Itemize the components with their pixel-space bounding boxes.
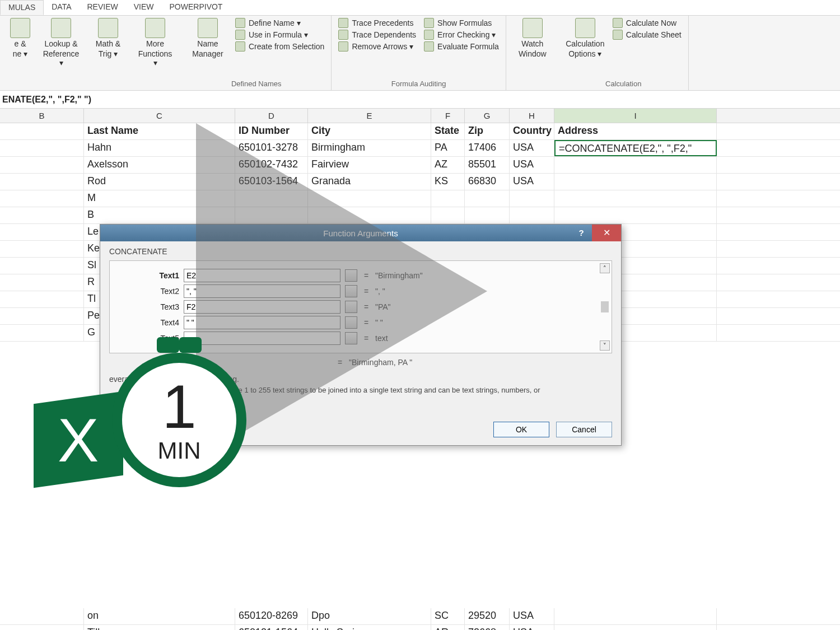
col-E[interactable]: E	[308, 109, 431, 123]
cell[interactable]: 66830	[465, 174, 510, 190]
tab-powerpivot[interactable]: POWERPIVOT	[162, 0, 231, 15]
cell[interactable]: Fairview	[308, 157, 431, 173]
arg-input-text5[interactable]	[184, 332, 340, 345]
cell[interactable]: Rod	[84, 174, 235, 190]
scroll-down-icon[interactable]: ˅	[600, 340, 610, 351]
show-formulas-button[interactable]: Show Formulas	[424, 18, 499, 28]
cell[interactable]: 29520	[465, 608, 510, 624]
cell[interactable]: Country	[510, 123, 554, 139]
cell[interactable]	[0, 625, 84, 630]
cell[interactable]	[0, 140, 84, 156]
cell[interactable]: Holly Springs	[308, 625, 431, 630]
cell[interactable]: ID Number	[235, 123, 308, 139]
cell[interactable]: AZ	[431, 157, 465, 173]
cell[interactable]: Tillman	[84, 625, 235, 630]
range-picker-icon[interactable]	[345, 332, 357, 344]
cell[interactable]	[0, 608, 84, 624]
cell[interactable]	[465, 190, 510, 207]
cell[interactable]	[431, 190, 465, 207]
cell[interactable]: Dpo	[308, 608, 431, 624]
cell[interactable]	[0, 241, 84, 257]
tab-view[interactable]: VIEW	[126, 0, 162, 15]
cell[interactable]: 650102-7432	[235, 157, 308, 173]
define-name-button[interactable]: Define Name ▾	[235, 18, 324, 28]
cell[interactable]	[554, 625, 717, 630]
error-checking-button[interactable]: Error Checking ▾	[424, 30, 499, 40]
cell[interactable]: USA	[510, 174, 554, 190]
arg-input-text2[interactable]	[184, 284, 340, 298]
cell[interactable]: 650103-1564	[235, 174, 308, 190]
cell[interactable]: B	[84, 207, 235, 223]
more-functions-button[interactable]: MoreFunctions ▾	[136, 18, 175, 67]
cell[interactable]	[465, 207, 510, 223]
cell[interactable]	[308, 207, 431, 223]
arg-input-text1[interactable]	[184, 269, 340, 282]
cell[interactable]: 650101-3278	[235, 140, 308, 156]
cell[interactable]	[554, 157, 717, 173]
cell[interactable]: 72668	[465, 625, 510, 630]
math-trig-button[interactable]: Math &Trig ▾	[88, 18, 128, 58]
cell[interactable]: City	[308, 123, 431, 139]
calculate-sheet-button[interactable]: Calculate Sheet	[613, 30, 682, 40]
scroll-up-icon[interactable]: ˄	[600, 263, 610, 273]
col-I[interactable]: I	[554, 109, 717, 123]
range-picker-icon[interactable]	[345, 269, 357, 282]
watch-window-button[interactable]: WatchWindow	[513, 18, 552, 58]
cell[interactable]: AR	[431, 625, 465, 630]
tab-review[interactable]: REVIEW	[80, 0, 126, 15]
cell[interactable]: 85501	[465, 157, 510, 173]
cell[interactable]	[431, 207, 465, 223]
cell[interactable]: on	[84, 608, 235, 624]
cell[interactable]: PA	[431, 140, 465, 156]
cell[interactable]: 17406	[465, 140, 510, 156]
cell[interactable]: Address	[554, 123, 717, 139]
trace-precedents-button[interactable]: Trace Precedents	[338, 18, 416, 28]
cell[interactable]	[235, 207, 308, 223]
cell[interactable]	[0, 123, 84, 139]
evaluate-formula-button[interactable]: Evaluate Formula	[424, 41, 499, 52]
calculate-now-button[interactable]: Calculate Now	[613, 18, 682, 28]
cell[interactable]	[0, 291, 84, 307]
cell[interactable]: Hahn	[84, 140, 235, 156]
cell[interactable]: USA	[510, 140, 554, 156]
calculation-options-button[interactable]: CalculationOptions ▾	[566, 18, 605, 58]
lookup-reference-button[interactable]: Lookup &Reference ▾	[41, 18, 81, 67]
cell[interactable]	[308, 190, 431, 207]
formula-bar[interactable]: ENATE(E2,", ",F2," ")	[0, 91, 840, 109]
cell[interactable]	[554, 207, 717, 223]
dialog-help-button[interactable]: ?	[573, 225, 590, 241]
col-B[interactable]: B	[0, 109, 84, 123]
cell[interactable]: Granada	[308, 174, 431, 190]
cell[interactable]	[0, 258, 84, 274]
cell[interactable]: M	[84, 190, 235, 207]
cell[interactable]: KS	[431, 174, 465, 190]
range-picker-icon[interactable]	[345, 316, 357, 329]
dialog-close-button[interactable]: ✕	[592, 225, 621, 241]
col-G[interactable]: G	[465, 109, 510, 123]
range-picker-icon[interactable]	[345, 301, 357, 313]
cell[interactable]: Last Name	[84, 123, 235, 139]
cell[interactable]: USA	[510, 608, 554, 624]
arg-input-text3[interactable]	[184, 300, 340, 314]
col-H[interactable]: H	[510, 109, 554, 123]
cell[interactable]	[554, 190, 717, 207]
range-picker-icon[interactable]	[345, 285, 357, 297]
cell[interactable]	[0, 190, 84, 207]
dialog-titlebar[interactable]: Function Arguments ? ✕	[100, 225, 621, 241]
cell[interactable]: Birmingham	[308, 140, 431, 156]
cell[interactable]: State	[431, 123, 465, 139]
cell[interactable]	[510, 207, 554, 223]
cancel-button[interactable]: Cancel	[556, 422, 612, 437]
cell[interactable]	[0, 274, 84, 291]
cell[interactable]	[0, 207, 84, 223]
trace-dependents-button[interactable]: Trace Dependents	[338, 30, 416, 40]
create-from-selection-button[interactable]: Create from Selection	[235, 41, 324, 52]
cell[interactable]: SC	[431, 608, 465, 624]
arg-input-text4[interactable]	[184, 316, 340, 329]
col-F[interactable]: F	[431, 109, 465, 123]
remove-arrows-button[interactable]: Remove Arrows ▾	[338, 41, 416, 52]
ok-button[interactable]: OK	[493, 422, 549, 437]
scroll-thumb[interactable]	[601, 301, 609, 312]
cell[interactable]: USA	[510, 157, 554, 173]
cell[interactable]: Zip	[465, 123, 510, 139]
